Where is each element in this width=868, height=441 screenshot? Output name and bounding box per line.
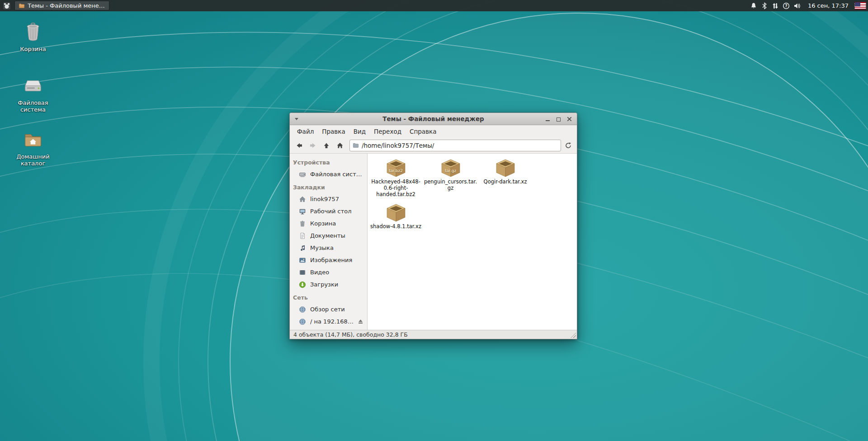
sidebar-item-label: linok9757 bbox=[310, 196, 339, 202]
sidebar-item-trash[interactable]: Корзина bbox=[290, 217, 367, 230]
file-name: Hackneyed-48x48-0.6-right-handed.tar.bz2 bbox=[369, 178, 423, 197]
sidebar-item-network-share[interactable]: / на 192.168.0.1 bbox=[290, 315, 367, 328]
menu-item-help[interactable]: Справка bbox=[406, 127, 440, 136]
window-title: Темы - Файловый менеджер bbox=[290, 115, 577, 122]
path-input[interactable] bbox=[362, 142, 558, 149]
sidebar-item-videos[interactable]: Видео bbox=[290, 266, 367, 278]
menu-item-edit[interactable]: Правка bbox=[318, 127, 349, 136]
resize-grip[interactable] bbox=[571, 333, 576, 338]
maximize-button[interactable] bbox=[555, 115, 562, 122]
desktop-icon-label: Корзина bbox=[20, 46, 46, 52]
file-item-3[interactable]: Qogir-dark.tar.xz bbox=[478, 158, 533, 197]
downloads-icon bbox=[299, 281, 306, 288]
images-icon bbox=[299, 257, 306, 264]
menu-item-go[interactable]: Переход bbox=[370, 127, 406, 136]
archive-box-icon bbox=[386, 158, 406, 177]
applications-menu-icon bbox=[3, 2, 11, 10]
sidebar-item-label: Обзор сети bbox=[310, 306, 345, 313]
network-traffic-icon[interactable] bbox=[772, 2, 779, 9]
close-icon bbox=[567, 117, 572, 122]
volume-icon[interactable] bbox=[793, 2, 801, 9]
home-icon bbox=[299, 196, 306, 203]
minimize-button[interactable] bbox=[544, 115, 551, 122]
file-list[interactable]: tar.bz2 Hackneyed-48x48-0.6-right-handed… bbox=[368, 154, 577, 330]
home-folder-icon bbox=[23, 128, 43, 150]
clock[interactable]: 16 сен, 17:37 bbox=[808, 2, 849, 9]
titlebar[interactable]: Темы - Файловый менеджер bbox=[290, 113, 577, 125]
menu-item-view[interactable]: Вид bbox=[349, 127, 370, 136]
sidebar-item-label: Видео bbox=[310, 269, 329, 276]
network-icon bbox=[299, 318, 306, 325]
close-button[interactable] bbox=[566, 115, 573, 122]
path-bar[interactable] bbox=[349, 140, 561, 151]
menu-item-file[interactable]: Файл bbox=[293, 127, 318, 136]
documents-icon bbox=[299, 232, 306, 239]
music-icon bbox=[299, 244, 306, 252]
eject-icon bbox=[358, 319, 363, 324]
home-button[interactable] bbox=[334, 140, 346, 151]
sidebar-item-music[interactable]: Музыка bbox=[290, 242, 367, 254]
forward-button[interactable] bbox=[307, 140, 319, 151]
sidebar-item-home[interactable]: linok9757 bbox=[290, 193, 367, 205]
forward-icon bbox=[309, 142, 316, 149]
archive-type-emblem: tar.bz2 bbox=[386, 169, 406, 173]
file-item-2[interactable]: tar.gz penguin_cursors.tar.gz bbox=[423, 158, 478, 197]
maximize-icon bbox=[557, 117, 561, 122]
file-name: Qogir-dark.tar.xz bbox=[478, 178, 533, 185]
archive-type-emblem: tar.gz bbox=[440, 169, 461, 173]
archive-box-icon bbox=[495, 158, 516, 177]
sidebar-item-label: Загрузки bbox=[310, 281, 338, 288]
sidebar-item-label: / на 192.168.0.1 bbox=[310, 318, 354, 325]
help-icon[interactable]: ? bbox=[783, 2, 790, 9]
sidebar-item-filesystem[interactable]: Файловая система bbox=[290, 168, 367, 180]
file-item-4[interactable]: shadow-4.8.1.tar.xz bbox=[368, 203, 423, 230]
eject-button[interactable] bbox=[358, 319, 363, 324]
minimize-icon bbox=[546, 120, 550, 122]
system-tray: ? 16 сен, 17:37 bbox=[750, 2, 866, 9]
taskbar-window-button[interactable]: Темы - Файловый менеджер bbox=[14, 1, 109, 10]
folder-icon bbox=[353, 142, 359, 149]
reload-button[interactable] bbox=[562, 140, 574, 151]
sidebar-item-network-browse[interactable]: Обзор сети bbox=[290, 303, 367, 315]
back-icon bbox=[296, 142, 303, 149]
notifications-icon[interactable] bbox=[750, 2, 758, 9]
desktop-icon-filesystem[interactable]: Файловая система bbox=[6, 75, 60, 113]
keyboard-layout-flag-us[interactable] bbox=[854, 2, 866, 9]
taskbar-title: Темы - Файловый менеджер bbox=[28, 2, 105, 9]
up-icon bbox=[323, 142, 330, 149]
video-icon bbox=[299, 269, 306, 276]
home-icon bbox=[336, 142, 344, 149]
sidebar-item-desktop[interactable]: Рабочий стол bbox=[290, 205, 367, 217]
desktop-icon-home[interactable]: Домашний каталог bbox=[6, 128, 60, 167]
applications-menu-button[interactable] bbox=[2, 1, 12, 10]
bluetooth-icon[interactable] bbox=[761, 2, 769, 9]
trash-icon bbox=[23, 21, 43, 42]
sidebar-item-images[interactable]: Изображения bbox=[290, 254, 367, 266]
sidebar: Устройства Файловая система Закладки lin… bbox=[290, 154, 368, 330]
sidebar-header-bookmarks: Закладки bbox=[290, 180, 367, 193]
sidebar-item-label: Музыка bbox=[310, 244, 334, 251]
sidebar-item-documents[interactable]: Документы bbox=[290, 230, 367, 242]
desktop-icon-label: Домашний каталог bbox=[10, 153, 56, 167]
trash-icon bbox=[299, 220, 306, 227]
reload-icon bbox=[565, 142, 572, 149]
sidebar-item-label: Корзина bbox=[310, 220, 336, 227]
sidebar-item-label: Рабочий стол bbox=[310, 208, 351, 215]
drive-icon bbox=[23, 75, 43, 96]
sidebar-item-label: Файловая система bbox=[310, 171, 363, 178]
sidebar-item-downloads[interactable]: Загрузки bbox=[290, 278, 367, 291]
sidebar-header-network: Сеть bbox=[290, 291, 367, 303]
desktop-icon bbox=[299, 208, 306, 215]
folder-icon bbox=[19, 2, 25, 9]
network-icon bbox=[299, 306, 306, 313]
drive-icon bbox=[299, 171, 306, 178]
desktop-icon-trash[interactable]: Корзина bbox=[6, 21, 60, 52]
sidebar-item-label: Изображения bbox=[310, 257, 352, 263]
up-button[interactable] bbox=[320, 140, 332, 151]
file-item-1[interactable]: tar.bz2 Hackneyed-48x48-0.6-right-handed… bbox=[368, 158, 423, 197]
sidebar-item-label: Документы bbox=[310, 232, 345, 239]
desktop-icon-label: Файловая система bbox=[10, 99, 56, 113]
window-menu-button[interactable] bbox=[295, 118, 298, 122]
archive-box-icon bbox=[440, 158, 461, 177]
back-button[interactable] bbox=[293, 140, 305, 151]
